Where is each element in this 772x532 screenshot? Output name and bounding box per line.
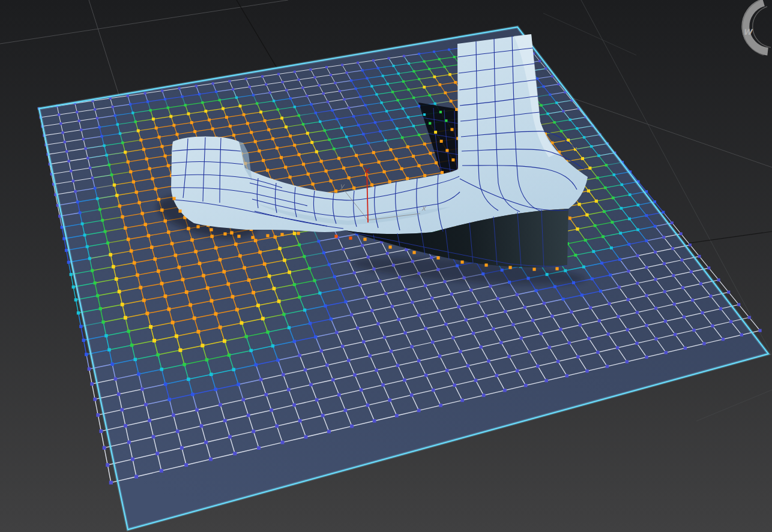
viewport-3d[interactable]: y x W	[0, 0, 772, 532]
viewport-canvas[interactable]: y x W	[0, 0, 772, 532]
